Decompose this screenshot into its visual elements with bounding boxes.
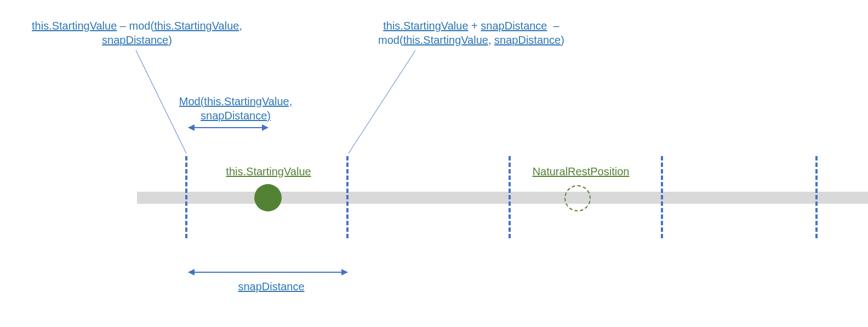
snap-distance-text: snapDistance: [238, 280, 304, 292]
starting-value-label: this.StartingValue: [219, 165, 318, 178]
mod-dimension-arrow: [189, 127, 268, 128]
natural-rest-position-dot: [564, 185, 591, 211]
number-line-track: [137, 192, 868, 204]
snap-tick-1: [185, 156, 187, 238]
starting-value-dot: [254, 184, 282, 211]
snap-distance-label: snapDistance: [230, 279, 312, 294]
right-callout-text: this.StartingValue + snapDistance – mod(…: [378, 20, 564, 46]
left-callout-label: this.StartingValue – mod(this.StartingVa…: [16, 19, 258, 47]
snap-tick-5: [815, 156, 818, 238]
snap-distance-arrow: [189, 272, 347, 273]
snap-tick-4: [661, 156, 663, 238]
right-callout-label: this.StartingValue + snapDistance – mod(…: [334, 19, 608, 47]
left-callout-text: this.StartingValue – mod(this.StartingVa…: [32, 20, 242, 46]
diagram-stage: this.StartingValue NaturalRestPosition M…: [0, 0, 868, 327]
snap-tick-3: [509, 156, 511, 238]
natural-rest-position-label: NaturalRestPosition: [521, 165, 641, 178]
mod-dimension-text: Mod(this.StartingValue, snapDistance): [179, 95, 292, 122]
callout-lines: [0, 0, 868, 327]
mod-dimension-label: Mod(this.StartingValue, snapDistance): [164, 94, 307, 123]
snap-tick-2: [346, 156, 349, 238]
right-callout-line: [349, 50, 415, 153]
